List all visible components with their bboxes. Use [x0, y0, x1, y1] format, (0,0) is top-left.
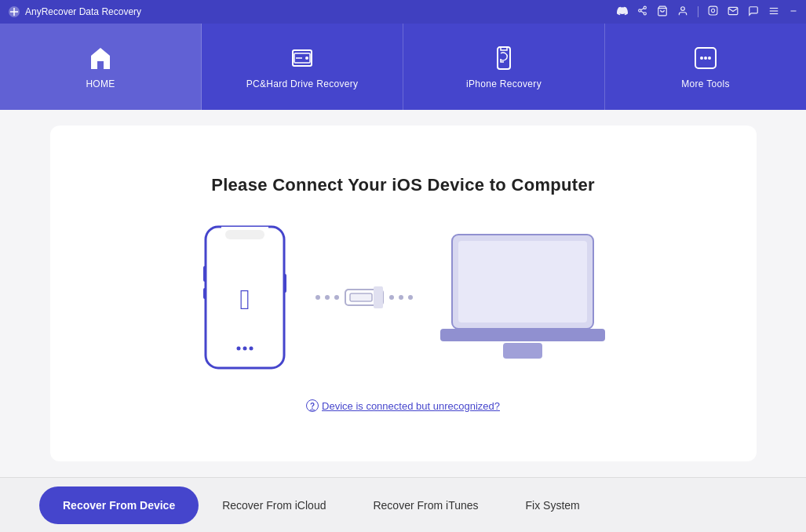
divider — [698, 6, 698, 17]
bottom-tabs: Recover From Device Recover From iCloud … — [0, 477, 806, 532]
app-title: AnyRecover Data Recovery — [25, 6, 141, 17]
phone-illustration:  — [198, 219, 292, 376]
nav-item-home[interactable]: HOME — [0, 24, 202, 110]
svg-rect-39 — [503, 343, 542, 359]
svg-rect-32 — [283, 274, 286, 293]
dot4 — [389, 295, 394, 300]
laptop-illustration — [436, 227, 609, 368]
svg-line-4 — [641, 11, 644, 13]
tab-recover-icloud[interactable]: Recover From iCloud — [199, 486, 349, 524]
refresh-icon — [490, 44, 518, 72]
svg-rect-34 — [350, 293, 372, 301]
svg-point-22 — [708, 56, 711, 60]
nav-home-label: HOME — [86, 78, 115, 89]
svg-point-2 — [639, 9, 641, 12]
dot6 — [408, 295, 413, 300]
tab-fix-system[interactable]: Fix System — [502, 486, 604, 524]
dot1 — [315, 295, 320, 300]
mail-icon[interactable] — [728, 5, 739, 19]
svg-rect-30 — [203, 266, 206, 282]
title-bar-controls — [617, 5, 798, 19]
dot5 — [399, 295, 403, 300]
hdd-icon — [288, 44, 316, 72]
nav-item-more-tools[interactable]: More Tools — [605, 24, 806, 110]
nav-bar: HOME PC&Hard Drive Recovery iPhone Recov… — [0, 24, 806, 110]
more-tools-icon — [691, 44, 720, 72]
share-icon[interactable] — [637, 5, 647, 18]
discord-icon[interactable] — [617, 5, 628, 19]
svg-point-1 — [644, 6, 646, 9]
nav-more-label: More Tools — [681, 78, 729, 89]
svg-point-27 — [236, 347, 240, 351]
svg-rect-37 — [458, 241, 587, 322]
svg-rect-35 — [374, 286, 383, 308]
tab-recover-itunes[interactable]: Recover From iTunes — [349, 486, 501, 524]
dot3 — [334, 295, 339, 300]
svg-point-28 — [243, 347, 246, 351]
main-content: Please Connect Your iOS Device to Comput… — [0, 110, 806, 477]
illustration:  — [198, 219, 609, 376]
svg-rect-38 — [440, 329, 605, 341]
help-link-text: Device is connected but unrecognized? — [322, 400, 500, 412]
home-icon — [86, 44, 115, 72]
title-bar: AnyRecover Data Recovery — [0, 0, 806, 24]
cable-connector — [315, 286, 413, 308]
nav-iphone-label: iPhone Recovery — [466, 78, 542, 89]
app-logo — [8, 5, 20, 18]
svg-point-16 — [305, 56, 308, 60]
cart-icon[interactable] — [657, 5, 668, 19]
usb-plug-icon — [344, 286, 385, 308]
chat-icon[interactable] — [748, 5, 759, 19]
svg-rect-25 — [225, 230, 264, 239]
nav-item-iphone-recovery[interactable]: iPhone Recovery — [403, 24, 605, 110]
tab-recover-device[interactable]: Recover From Device — [39, 486, 199, 524]
content-card: Please Connect Your iOS Device to Comput… — [50, 126, 757, 461]
instagram-icon[interactable] — [708, 5, 718, 18]
nav-item-pc-recovery[interactable]: PC&Hard Drive Recovery — [202, 24, 403, 110]
nav-pc-label: PC&Hard Drive Recovery — [246, 78, 359, 89]
user-icon[interactable] — [677, 5, 688, 19]
svg-line-5 — [641, 9, 644, 10]
help-circle-icon: ? — [306, 399, 319, 412]
title-bar-left: AnyRecover Data Recovery — [8, 5, 141, 18]
svg-rect-8 — [709, 6, 717, 15]
svg-point-3 — [644, 13, 646, 15]
minimize-icon[interactable] — [789, 5, 798, 18]
dot2 — [325, 295, 330, 300]
menu-icon[interactable] — [768, 5, 779, 19]
svg-text::  — [239, 283, 250, 315]
help-link[interactable]: ? Device is connected but unrecognized? — [306, 399, 500, 412]
svg-point-7 — [681, 6, 685, 10]
svg-point-20 — [700, 56, 703, 60]
svg-rect-31 — [203, 288, 206, 299]
svg-point-21 — [704, 56, 707, 60]
svg-point-29 — [249, 347, 253, 351]
connect-title: Please Connect Your iOS Device to Comput… — [211, 175, 595, 195]
